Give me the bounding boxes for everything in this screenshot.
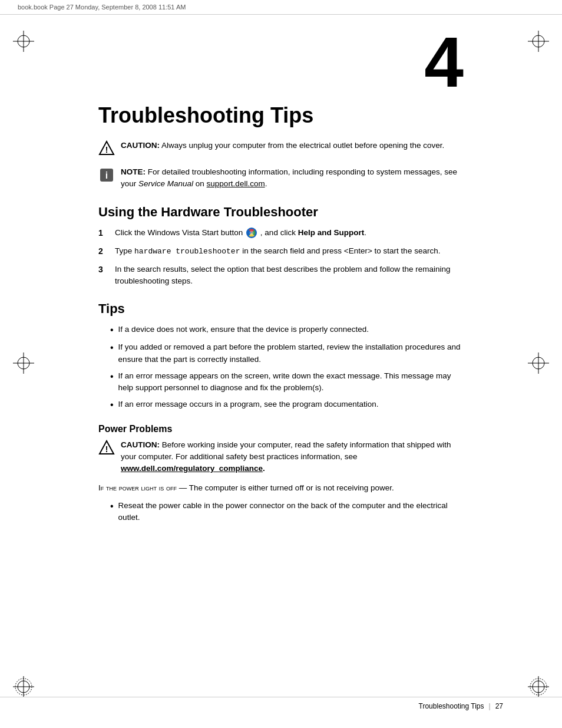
section1-heading: Using the Hardware Troubleshooter [98, 205, 464, 220]
note-link-1: support.dell.com [207, 179, 265, 188]
caution-label-1: CAUTION: [121, 141, 160, 150]
step-2: 2 Type hardware troubleshooter in the se… [98, 245, 464, 258]
svg-text:!: ! [105, 444, 108, 454]
note-label-1: NOTE: [121, 167, 146, 176]
caution-text-1: CAUTION: Always unplug your computer fro… [121, 140, 444, 151]
corner-mark-tr [527, 29, 550, 53]
caution-link-2: www.dell.com/regulatory_compliance [121, 464, 263, 473]
power-light-label: If the power light is off [98, 483, 177, 492]
caution-body-2: Before working inside your computer, rea… [121, 440, 451, 461]
side-mark-left [12, 351, 35, 377]
corner-mark-br [527, 675, 550, 699]
note-body-2: on [193, 179, 207, 188]
header-bar: book.book Page 27 Monday, September 8, 2… [0, 0, 562, 15]
caution-text-2: CAUTION: Before working inside your comp… [121, 439, 464, 475]
note-box-1: i NOTE: For detailed troubleshooting inf… [98, 166, 464, 190]
side-mark-right [527, 351, 550, 377]
footer-section: Troubleshooting Tips [419, 702, 484, 710]
page: book.book Page 27 Monday, September 8, 2… [0, 0, 562, 728]
tip-1: If a device does not work, ensure that t… [110, 324, 464, 337]
chapter-number: 4 [98, 27, 464, 97]
caution-body-2b: . [263, 464, 265, 473]
header-text: book.book Page 27 Monday, September 8, 2… [18, 4, 186, 11]
caution-box-1: ! CAUTION: Always unplug your computer f… [98, 140, 464, 159]
svg-point-25 [250, 231, 254, 235]
note-icon-1: i [98, 167, 115, 186]
caution-icon-1: ! [98, 140, 115, 159]
tip-2: If you added or removed a part before th… [110, 341, 464, 365]
section2-heading: Tips [98, 301, 464, 317]
section3-heading: Power Problems [98, 424, 464, 434]
step-3-text: In the search results, select the option… [115, 263, 464, 288]
code-hardware-troubleshooter: hardware troubleshooter [134, 247, 240, 256]
step-1: 1 Click the Windows Vista Start button [98, 227, 464, 239]
help-support-bold: Help and Support [298, 228, 365, 237]
caution-icon-2: ! [98, 440, 115, 459]
power-bullet-1: Reseat the power cable in the power conn… [110, 500, 464, 524]
note-body-3: . [265, 179, 267, 188]
svg-text:!: ! [105, 145, 108, 154]
footer-page: 27 [495, 702, 503, 710]
caution-label-2: CAUTION: [121, 440, 160, 449]
corner-mark-bl [12, 675, 35, 699]
steps-list: 1 Click the Windows Vista Start button [98, 227, 464, 288]
power-light-dash: — [177, 483, 189, 492]
footer-divider: | [489, 702, 491, 710]
footer: Troubleshooting Tips | 27 [0, 697, 562, 710]
power-light-para: If the power light is off — The computer… [98, 482, 464, 494]
caution-box-2: ! CAUTION: Before working inside your co… [98, 439, 464, 475]
note-italic-1: Service Manual [138, 179, 193, 188]
tip-4: If an error message occurs in a program,… [110, 398, 464, 411]
note-text-1: NOTE: For detailed troubleshooting infor… [121, 166, 464, 190]
step-3: 3 In the search results, select the opti… [98, 263, 464, 288]
power-light-text: The computer is either turned off or is … [189, 483, 394, 492]
tip-3: If an error message appears on the scree… [110, 370, 464, 394]
tips-list: If a device does not work, ensure that t… [110, 324, 464, 412]
vista-start-button-icon [246, 227, 257, 238]
caution-body-1: Always unplug your computer from the ele… [160, 141, 444, 150]
svg-text:i: i [105, 170, 108, 180]
main-content: 4 Troubleshooting Tips ! CAUTION: Always… [39, 15, 523, 575]
page-title: Troubleshooting Tips [98, 103, 464, 128]
corner-mark-tl [12, 29, 35, 53]
power-bullets: Reseat the power cable in the power conn… [110, 500, 464, 524]
